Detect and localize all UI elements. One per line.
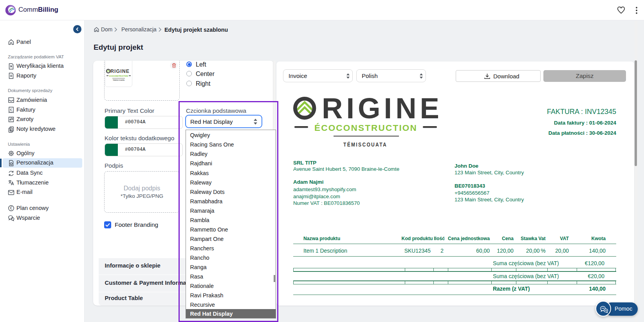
svg-text:€: € [10, 108, 12, 112]
svg-text:ECOCONSTRUCTION: ECOCONSTRUCTION [109, 75, 128, 77]
svg-text:TEMISCOUATA: TEMISCOUATA [113, 79, 124, 81]
svg-text:ÉCOCONSTRUCTION: ÉCOCONSTRUCTION [314, 123, 417, 133]
svg-text:RIGINE: RIGINE [322, 96, 442, 125]
svg-text:€: € [10, 206, 13, 210]
svg-text:TÉMISCOUATA: TÉMISCOUATA [343, 141, 387, 147]
svg-text:RIGINE: RIGINE [110, 69, 130, 74]
